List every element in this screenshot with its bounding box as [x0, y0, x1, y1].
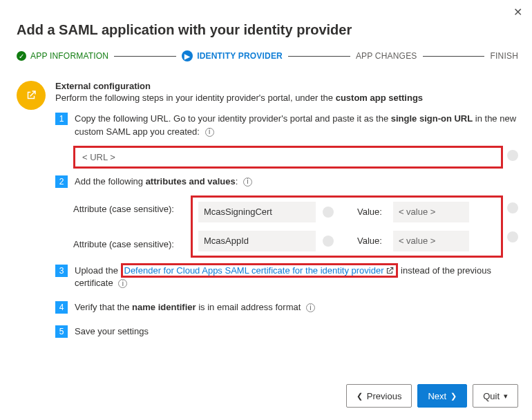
attribute-1-input[interactable]: McasSigningCert	[198, 202, 316, 222]
step-divider	[423, 56, 485, 57]
instruction-step-3: 3 Upload the Defender for Cloud Apps SAM…	[55, 265, 518, 291]
page-title: Add a SAML application with your identit…	[17, 22, 518, 38]
info-icon[interactable]: i	[205, 128, 214, 137]
copy-icon[interactable]	[507, 150, 518, 161]
section-intro: Perform the following steps in your iden…	[55, 93, 518, 103]
info-icon[interactable]: i	[306, 303, 315, 312]
value-2-input[interactable]: < value >	[393, 231, 469, 251]
value-1-input[interactable]: < value >	[393, 202, 469, 222]
step-number-5: 5	[55, 325, 68, 338]
external-link-badge-icon	[17, 81, 46, 110]
saml-certificate-link[interactable]: Defender for Cloud Apps SAML certificate…	[124, 265, 395, 276]
step-number-3: 3	[55, 265, 68, 277]
copy-icon[interactable]	[323, 236, 334, 247]
value-label: Value:	[357, 207, 382, 217]
attributes-highlight-box: McasSigningCert Value: < value > McasApp…	[191, 195, 503, 258]
instruction-step-4: 4 Verify that the name identifier is in …	[55, 301, 518, 314]
attribute-label: Attribute (case sensitive):	[73, 204, 191, 214]
step-number-1: 1	[55, 113, 68, 125]
copy-icon[interactable]	[323, 207, 334, 218]
copy-icon[interactable]	[507, 202, 518, 213]
previous-button[interactable]: ❮ Previous	[346, 384, 412, 408]
section-heading: External configuration	[55, 81, 518, 91]
wizard-stepper: ✓ APP INFORMATION ▶ IDENTITY PROVIDER AP…	[17, 50, 518, 61]
play-icon: ▶	[182, 50, 193, 61]
step-identity-provider: ▶ IDENTITY PROVIDER	[182, 50, 283, 61]
download-link-highlight: Defender for Cloud Apps SAML certificate…	[121, 263, 399, 278]
step-app-changes: APP CHANGES	[356, 51, 417, 61]
step-divider	[114, 56, 176, 57]
step-app-information: ✓ APP INFORMATION	[17, 51, 108, 61]
chevron-right-icon: ❯	[450, 392, 457, 401]
instruction-step-1: 1 Copy the following URL. Go to your ide…	[55, 113, 518, 139]
quit-button[interactable]: Quit ▾	[473, 384, 518, 408]
info-icon[interactable]: i	[118, 279, 127, 288]
check-icon: ✓	[17, 51, 26, 61]
copy-icon[interactable]	[507, 231, 518, 242]
step-finish: FINISH	[490, 51, 518, 61]
instruction-step-5: 5 Save your settings	[55, 325, 518, 338]
next-button[interactable]: Next ❯	[417, 384, 467, 408]
chevron-left-icon: ❮	[357, 392, 363, 401]
info-icon[interactable]: i	[243, 178, 252, 187]
wizard-footer: ❮ Previous Next ❯ Quit ▾	[346, 384, 518, 408]
step-number-4: 4	[55, 301, 68, 314]
attribute-label: Attribute (case sensitive):	[73, 239, 191, 249]
step-divider	[288, 56, 350, 57]
external-link-icon	[385, 266, 395, 276]
close-icon[interactable]: ✕	[513, 7, 522, 18]
step-number-2: 2	[55, 175, 68, 188]
attribute-2-input[interactable]: McasAppId	[198, 231, 316, 251]
instruction-step-2: 2 Add the following attributes and value…	[55, 175, 518, 189]
chevron-down-icon: ▾	[504, 392, 508, 401]
value-label: Value:	[357, 236, 382, 246]
sso-url-box[interactable]: < URL >	[73, 146, 503, 169]
